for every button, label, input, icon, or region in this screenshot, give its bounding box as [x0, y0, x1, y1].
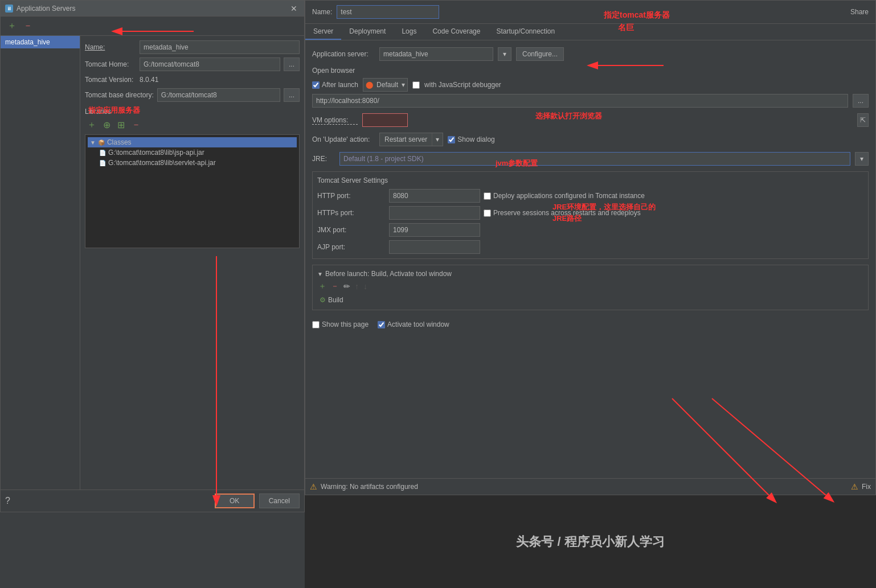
jre-dropdown[interactable]: ▾ — [855, 152, 869, 166]
jmx-port-input[interactable] — [389, 223, 480, 237]
build-icon: ⚙ — [320, 296, 326, 304]
configure-button[interactable]: Configure... — [516, 47, 564, 61]
tree-children: 📄 G:\tomcat\tomcat8\lib\jsp-api.jar 📄 G:… — [88, 147, 297, 168]
fix-button[interactable]: Fix — [862, 483, 871, 491]
http-port-input[interactable] — [389, 189, 480, 203]
collapse-arrow-icon: ▼ — [317, 271, 323, 277]
jar2-label: G:\tomcat\tomcat8\lib\servlet-api.jar — [108, 159, 216, 167]
lib-add-ext-button[interactable]: ⊞ — [115, 118, 127, 131]
libraries-section: Libraries ＋ ⊕ ⊞ － ▼ 📦 Classes 📄 — [85, 108, 300, 248]
app-server-dropdown[interactable]: ▾ — [498, 47, 511, 61]
warning-bar: ⚠ Warning: No artifacts configured ⚠ Fix — [305, 478, 875, 495]
dialog-titlebar: 🖥 Application Servers ✕ — [1, 1, 304, 17]
right-name-label: Name: — [312, 8, 332, 16]
tab-deployment[interactable]: Deployment — [341, 24, 394, 40]
url-browse-btn[interactable]: ... — [853, 94, 869, 108]
tomcat-basedir-label: Tomcat base directory: — [85, 91, 154, 99]
before-remove-btn[interactable]: － — [330, 281, 340, 291]
lib-add-button[interactable]: ＋ — [85, 118, 99, 132]
tree-arrow-icon: ▼ — [90, 139, 96, 146]
tomcat-basedir-row: Tomcat base directory: ... — [85, 88, 300, 102]
add-button[interactable]: ＋ — [5, 19, 19, 33]
after-launch-checkbox[interactable] — [312, 81, 320, 89]
jmx-port-label: JMX port: — [317, 226, 386, 234]
restart-server-label: Restart server — [380, 135, 432, 143]
activate-tool-window-checkbox[interactable] — [378, 321, 385, 328]
server-list: metadata_hive — [1, 36, 80, 490]
fix-warning-icon: ⚠ — [851, 482, 858, 491]
server-list-item[interactable]: metadata_hive — [1, 36, 80, 48]
jre-input[interactable] — [339, 152, 850, 166]
name-label: Name: — [85, 43, 136, 51]
lib-remove-button[interactable]: － — [129, 118, 143, 132]
left-toolbar: ＋ － — [1, 17, 304, 36]
tomcat-version-value: 8.0.41 — [140, 75, 158, 85]
application-servers-dialog: 🖥 Application Servers ✕ ＋ － metadata_hiv… — [0, 0, 305, 512]
run-name-input[interactable] — [337, 5, 439, 19]
watermark-area: 头条号 / 程序员小新人学习 — [305, 495, 876, 588]
ajp-port-input[interactable] — [389, 240, 480, 254]
before-edit-btn[interactable]: ✏ — [342, 281, 351, 291]
dialog-title: Application Servers — [17, 5, 75, 13]
js-debugger-checkbox[interactable] — [412, 81, 420, 89]
warning-icon: ⚠ — [310, 482, 317, 491]
jar1-node[interactable]: 📄 G:\tomcat\tomcat8\lib\jsp-api.jar — [97, 147, 297, 158]
jar1-icon: 📄 — [99, 150, 106, 156]
before-launch-title: ▼ Before launch: Build, Activate tool wi… — [317, 270, 863, 278]
tomcat-basedir-browse[interactable]: ... — [284, 88, 300, 102]
left-content: metadata_hive Name: Tomcat Home: ... Tom… — [1, 36, 304, 490]
help-button[interactable]: ? — [5, 496, 10, 506]
ok-button[interactable]: OK — [215, 494, 255, 508]
watermark-text: 头条号 / 程序员小新人学习 — [516, 533, 664, 550]
https-port-label: HTTPs port: — [317, 209, 386, 217]
dialog-bottom: ? OK Cancel — [1, 490, 304, 512]
browser-name: Default — [374, 81, 400, 89]
before-launch-toolbar: ＋ － ✏ ↑ ↓ — [317, 281, 863, 291]
vm-expand-button[interactable]: ⇱ — [857, 113, 869, 127]
js-debugger-label: with JavaScript debugger — [424, 81, 501, 89]
name-input[interactable] — [140, 40, 300, 54]
preserve-sessions-label: Preserve sessions across restarts and re… — [484, 209, 863, 217]
restart-dropdown-arrow: ▾ — [432, 135, 443, 143]
jre-label: JRE: — [312, 155, 335, 163]
deploy-apps-checkbox[interactable] — [484, 192, 491, 200]
update-row: On 'Update' action: Restart server ▾ Sho… — [312, 133, 869, 146]
titlebar-left: 🖥 Application Servers — [5, 5, 75, 13]
cancel-button[interactable]: Cancel — [259, 494, 300, 508]
show-dialog-label: Show dialog — [448, 135, 494, 143]
classes-node[interactable]: ▼ 📦 Classes — [88, 137, 297, 147]
tomcat-home-label: Tomcat Home: — [85, 60, 136, 68]
restart-select-wrapper: Restart server ▾ — [379, 133, 443, 146]
classes-label: Classes — [107, 138, 132, 146]
show-this-page-checkbox[interactable] — [312, 321, 320, 328]
before-add-btn[interactable]: ＋ — [317, 281, 328, 291]
tomcat-home-browse[interactable]: ... — [284, 57, 300, 71]
remove-button[interactable]: － — [21, 19, 35, 33]
lib-add-alt-button[interactable]: ⊕ — [101, 118, 113, 131]
tab-code-coverage[interactable]: Code Coverage — [424, 24, 488, 40]
after-launch-label: After launch — [312, 81, 358, 89]
before-down-btn[interactable]: ↓ — [362, 281, 369, 291]
tomcat-settings-section: Tomcat Server Settings HTTP port: Deploy… — [312, 171, 869, 259]
browser-dropdown-arrow: ▾ — [402, 81, 405, 89]
before-up-btn[interactable]: ↑ — [354, 281, 360, 291]
jar2-node[interactable]: 📄 G:\tomcat\tomcat8\lib\servlet-api.jar — [97, 158, 297, 168]
libraries-label: Libraries — [85, 108, 300, 116]
vm-options-label: VM options: — [312, 116, 358, 125]
app-server-input[interactable] — [379, 47, 493, 61]
tab-logs[interactable]: Logs — [394, 24, 424, 40]
show-dialog-checkbox[interactable] — [448, 136, 455, 143]
https-port-input[interactable] — [389, 206, 480, 220]
chrome-icon: ⬤ — [366, 81, 373, 89]
tomcat-version-row: Tomcat Version: 8.0.41 — [85, 75, 300, 85]
tomcat-basedir-input[interactable] — [157, 88, 280, 102]
tab-startup-connection[interactable]: Startup/Connection — [488, 24, 563, 40]
preserve-sessions-checkbox[interactable] — [484, 209, 491, 217]
port-grid: HTTP port: Deploy applications configure… — [317, 189, 863, 254]
tab-server[interactable]: Server — [305, 24, 341, 40]
close-button[interactable]: ✕ — [288, 4, 300, 13]
vm-options-input[interactable] — [362, 113, 408, 127]
tomcat-home-input[interactable] — [140, 57, 280, 71]
lib-tree: ▼ 📦 Classes 📄 G:\tomcat\tomcat8\lib\jsp-… — [85, 134, 300, 248]
url-input[interactable] — [312, 94, 848, 108]
